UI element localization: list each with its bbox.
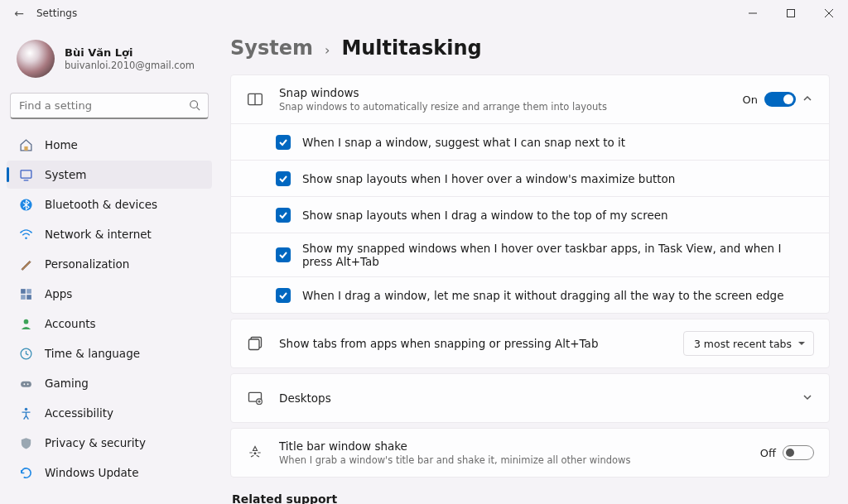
sidebar-item-update[interactable]: Windows Update <box>7 458 212 487</box>
profile-email: buivanloi.2010@gmail.com <box>65 60 195 71</box>
sidebar-item-label: Time & language <box>45 347 140 360</box>
breadcrumb-parent[interactable]: System <box>230 36 313 60</box>
home-icon <box>18 137 33 152</box>
sidebar-item-gaming[interactable]: Gaming <box>7 369 212 397</box>
minimize-icon <box>749 9 757 17</box>
search-input[interactable] <box>10 93 209 119</box>
sidebar-item-home[interactable]: Home <box>7 131 212 159</box>
snap-state-label: On <box>743 94 758 106</box>
system-icon <box>18 167 33 182</box>
tabs-icon <box>246 335 264 352</box>
svg-rect-1 <box>788 10 795 17</box>
page-title: Multitasking <box>341 36 481 60</box>
svg-rect-11 <box>21 289 26 294</box>
snap-option-label: Show my snapped windows when I hover ove… <box>302 242 814 268</box>
titlebar: ← Settings <box>0 0 848 26</box>
wifi-icon <box>18 227 33 242</box>
svg-point-10 <box>25 237 27 239</box>
sidebar-item-label: Accounts <box>45 317 96 330</box>
sidebar: Bùi Văn Lợi buivanloi.2010@gmail.com Hom… <box>0 26 219 504</box>
snap-option-row: Show my snapped windows when I hover ove… <box>231 233 829 276</box>
shake-toggle[interactable] <box>783 445 814 460</box>
related-support-heading: Related support <box>232 492 830 504</box>
tabs-dropdown[interactable]: 3 most recent tabs <box>683 331 814 356</box>
sidebar-item-label: Apps <box>45 287 72 300</box>
snap-option-label: Show snap layouts when I hover over a wi… <box>302 172 675 185</box>
svg-rect-24 <box>249 339 260 350</box>
sidebar-item-label: Bluetooth & devices <box>45 198 157 211</box>
sidebar-item-time[interactable]: Time & language <box>7 339 212 367</box>
checkbox[interactable] <box>276 247 291 262</box>
sidebar-item-system[interactable]: System <box>7 161 212 189</box>
svg-line-5 <box>197 108 200 111</box>
snap-option-row: When I drag a window, let me snap it wit… <box>231 276 829 313</box>
desktops-icon <box>246 390 264 406</box>
search-icon <box>189 99 200 113</box>
sidebar-item-label: Home <box>45 138 78 151</box>
svg-rect-13 <box>21 295 26 300</box>
shake-row: Title bar window shake When I grab a win… <box>231 429 829 477</box>
bluetooth-icon <box>18 197 33 212</box>
sidebar-item-label: Personalization <box>45 257 129 271</box>
shake-state-label: Off <box>760 447 776 459</box>
profile-name: Bùi Văn Lợi <box>65 46 195 59</box>
shake-icon <box>246 444 264 461</box>
tabs-row: Show tabs from apps when snapping or pre… <box>231 319 829 367</box>
snap-option-label: When I snap a window, suggest what I can… <box>302 136 625 149</box>
profile-block[interactable]: Bùi Văn Lợi buivanloi.2010@gmail.com <box>7 33 212 89</box>
checkbox[interactable] <box>276 135 291 150</box>
checkbox[interactable] <box>276 208 291 223</box>
close-button[interactable] <box>810 0 848 26</box>
snap-option-label: Show snap layouts when I drag a window t… <box>302 209 668 222</box>
chevron-right-icon: › <box>325 42 330 58</box>
snap-windows-header[interactable]: Snap windows Snap windows to automatical… <box>231 75 829 123</box>
tabs-title: Show tabs from apps when snapping or pre… <box>279 337 683 350</box>
snap-title: Snap windows <box>279 86 743 99</box>
snap-windows-card: Snap windows Snap windows to automatical… <box>230 74 830 314</box>
chevron-up-icon <box>801 94 814 106</box>
chevron-down-icon <box>801 392 814 405</box>
svg-point-18 <box>23 383 25 385</box>
snap-option-row: Show snap layouts when I drag a window t… <box>231 196 829 233</box>
desktops-card: Desktops <box>230 373 830 423</box>
avatar <box>17 40 55 78</box>
tabs-card: Show tabs from apps when snapping or pre… <box>230 319 830 368</box>
snap-option-row: Show snap layouts when I hover over a wi… <box>231 160 829 196</box>
gaming-icon <box>18 376 33 391</box>
snap-toggle[interactable] <box>764 92 796 107</box>
svg-point-19 <box>26 383 28 385</box>
svg-point-15 <box>23 319 28 324</box>
brush-icon <box>18 257 33 271</box>
checkbox[interactable] <box>276 288 291 303</box>
sidebar-item-label: Network & internet <box>45 228 152 241</box>
sidebar-item-accounts[interactable]: Accounts <box>7 310 212 338</box>
sidebar-item-privacy[interactable]: Privacy & security <box>7 429 212 457</box>
sidebar-item-personalization[interactable]: Personalization <box>7 250 212 278</box>
search-box[interactable] <box>10 93 209 119</box>
back-button[interactable]: ← <box>12 7 26 20</box>
snap-icon <box>246 91 264 108</box>
shake-card: Title bar window shake When I grab a win… <box>230 428 830 478</box>
sidebar-item-label: System <box>45 168 86 181</box>
update-icon <box>18 465 33 480</box>
svg-rect-6 <box>24 146 27 150</box>
sidebar-item-accessibility[interactable]: Accessibility <box>7 399 212 427</box>
person-icon <box>18 316 33 331</box>
accessibility-icon <box>18 406 33 420</box>
maximize-button[interactable] <box>772 0 810 26</box>
sidebar-item-apps[interactable]: Apps <box>7 280 212 308</box>
maximize-icon <box>787 9 795 17</box>
snap-option-label: When I drag a window, let me snap it wit… <box>302 289 783 302</box>
close-icon <box>825 9 833 17</box>
sidebar-item-label: Accessibility <box>45 406 113 420</box>
clock-icon <box>18 346 33 361</box>
svg-rect-17 <box>21 381 31 386</box>
desktops-row[interactable]: Desktops <box>231 374 829 422</box>
sidebar-item-bluetooth[interactable]: Bluetooth & devices <box>7 190 212 218</box>
svg-point-20 <box>24 407 27 410</box>
apps-icon <box>18 286 33 301</box>
window-title: Settings <box>36 7 77 19</box>
sidebar-item-network[interactable]: Network & internet <box>7 220 212 248</box>
minimize-button[interactable] <box>734 0 772 26</box>
checkbox[interactable] <box>276 171 291 186</box>
